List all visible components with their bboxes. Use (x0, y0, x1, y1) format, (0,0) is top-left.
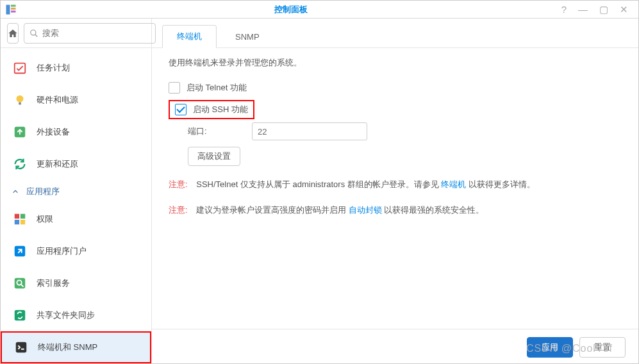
ssh-label: 启动 SSH 功能 (193, 104, 248, 115)
sidebar: 任务计划 硬件和电源 外接设备 更新和还原 应用程序 权限 (1, 19, 152, 364)
bulb-icon (12, 92, 28, 108)
home-icon (8, 28, 18, 38)
apply-button[interactable]: 应用 (527, 337, 573, 358)
maximize-icon[interactable]: ▢ (599, 4, 608, 15)
svg-rect-1 (11, 4, 16, 6)
privileges-icon (12, 211, 28, 227)
footer: 应用 重置 CSDN @CoolYsf (152, 329, 638, 364)
close-icon[interactable]: ✕ (620, 4, 628, 15)
window-title: 控制面板 (21, 4, 561, 15)
sidebar-item-indexing[interactable]: 索引服务 (1, 267, 151, 299)
sidebar-item-hardware-power[interactable]: 硬件和电源 (1, 84, 151, 116)
svg-point-4 (31, 29, 36, 35)
svg-point-7 (17, 95, 24, 103)
app-icon (1, 1, 21, 18)
checkbox-checked-icon[interactable] (175, 104, 187, 115)
help-icon[interactable]: ? (561, 4, 567, 15)
svg-rect-13 (21, 220, 25, 224)
notice-1: 注意: SSH/Telnet 仅支持从属于 administrators 群组的… (169, 178, 622, 192)
sidebar-item-shared-folder-sync[interactable]: 共享文件夹同步 (1, 299, 151, 331)
svg-rect-0 (6, 4, 10, 14)
advanced-settings-button[interactable]: 高级设置 (188, 147, 240, 166)
sidebar-item-app-portal[interactable]: 应用程序门户 (1, 235, 151, 267)
calendar-check-icon (12, 60, 28, 76)
port-input[interactable] (252, 122, 367, 140)
search-icon (29, 29, 38, 38)
sidebar-item-privileges[interactable]: 权限 (1, 203, 151, 235)
tab-snmp[interactable]: SNMP (220, 25, 274, 47)
upload-icon (12, 124, 28, 140)
telnet-checkbox-row[interactable]: 启动 Telnet 功能 (169, 79, 622, 97)
svg-rect-8 (19, 103, 21, 105)
ssh-checkbox-row[interactable]: 启动 SSH 功能 (169, 100, 254, 119)
search-box[interactable] (24, 23, 156, 44)
description: 使用终端机来登录并管理您的系统。 (169, 57, 622, 69)
svg-rect-15 (15, 278, 26, 289)
svg-line-5 (35, 34, 38, 37)
refresh-icon (12, 156, 28, 172)
search-input[interactable] (42, 28, 150, 38)
autoblock-link[interactable]: 自动封锁 (349, 205, 382, 215)
svg-rect-2 (11, 8, 16, 10)
sidebar-item-task-scheduler[interactable]: 任务计划 (1, 52, 151, 84)
svg-rect-12 (15, 220, 19, 224)
svg-rect-11 (21, 214, 25, 219)
title-bar: 控制面板 ? — ▢ ✕ (1, 1, 638, 19)
svg-rect-19 (16, 342, 27, 353)
svg-rect-10 (15, 214, 19, 219)
section-header-apps[interactable]: 应用程序 (1, 180, 151, 203)
home-button[interactable] (7, 23, 19, 44)
port-label: 端口: (188, 126, 245, 137)
minimize-icon[interactable]: — (578, 4, 588, 15)
terminal-link[interactable]: 终端机 (441, 179, 466, 189)
chevron-up-icon (12, 188, 19, 195)
tabs: 终端机 SNMP (152, 19, 638, 48)
terminal-icon (13, 340, 29, 355)
tab-terminal[interactable]: 终端机 (162, 25, 217, 47)
svg-rect-3 (11, 10, 16, 12)
sidebar-item-terminal-snmp[interactable]: 终端机和 SNMP (1, 331, 151, 363)
svg-rect-6 (15, 63, 26, 74)
folder-sync-icon (12, 308, 28, 323)
magnify-icon (12, 276, 28, 291)
checkbox-icon[interactable] (169, 82, 180, 94)
telnet-label: 启动 Telnet 功能 (187, 82, 247, 94)
sidebar-item-external-devices[interactable]: 外接设备 (1, 116, 151, 148)
notice-2: 注意: 建议为登录帐户设置高强度的密码并启用 自动封锁 以获得最强的系统安全性。 (169, 203, 622, 217)
portal-icon (12, 244, 28, 259)
reset-button[interactable]: 重置 (579, 337, 626, 358)
sidebar-item-update-restore[interactable]: 更新和还原 (1, 148, 151, 180)
